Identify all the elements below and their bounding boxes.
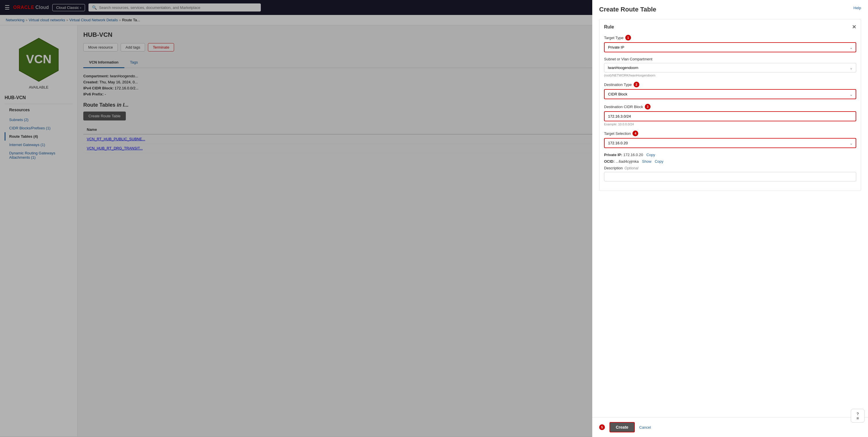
destination-cidr-group: Destination CIDR Block 3 Example: 10.0.0…	[604, 104, 856, 126]
destination-type-select[interactable]: CIDR Block Service	[604, 89, 856, 99]
destination-type-group: Destination Type 2 CIDR Block Service	[604, 82, 856, 99]
target-selection-select[interactable]: 172.16.0.20	[604, 138, 856, 148]
cancel-button[interactable]: Cancel	[639, 425, 651, 430]
step-badge-2: 2	[633, 82, 639, 87]
rule-header: Rule ✕	[604, 24, 856, 30]
ocid-label: OCID:	[604, 159, 615, 164]
private-ip-info: Private IP: 172.16.0.20 Copy	[604, 153, 856, 157]
target-type-select[interactable]: Private IP Internet Gateway NAT Gateway …	[604, 42, 856, 52]
ocid-show-link[interactable]: Show	[642, 159, 651, 164]
subnet-compartment-wrapper: IwanHoogendoorn	[604, 63, 856, 72]
target-selection-label: Target Selection 4	[604, 130, 856, 136]
destination-cidr-input[interactable]	[604, 111, 856, 121]
description-optional: Optional	[624, 166, 638, 170]
private-ip-label: Private IP:	[604, 153, 622, 157]
ocid-info: OCID: ...6ad4cyjmka Show Copy	[604, 159, 856, 164]
destination-cidr-example: Example: 10.0.0.0/24	[604, 122, 856, 126]
step-badge-3: 3	[645, 104, 651, 110]
step-badge-4: 4	[632, 130, 638, 136]
target-type-wrapper: Private IP Internet Gateway NAT Gateway …	[604, 42, 856, 52]
description-input[interactable]	[604, 172, 856, 181]
ocid-copy-link[interactable]: Copy	[655, 159, 663, 164]
destination-type-label-text: Destination Type	[604, 83, 632, 87]
modal-body: Rule ✕ Target Type 1 Private IP Internet…	[592, 13, 868, 417]
rule-section: Rule ✕ Target Type 1 Private IP Internet…	[599, 19, 861, 191]
rule-close-icon[interactable]: ✕	[852, 24, 856, 30]
help-float: ? ⊞	[851, 409, 865, 423]
modal-overlay: Create Route Table Help Rule ✕ Target Ty…	[0, 0, 868, 437]
help-float-button[interactable]: ? ⊞	[851, 409, 865, 423]
target-type-label: Target Type 1	[604, 35, 856, 40]
step-badge-1: 1	[625, 35, 631, 40]
subnet-compartment-group: Subnet or Vlan Compartment IwanHoogendoo…	[604, 57, 856, 77]
description-label-text: Description	[604, 166, 623, 170]
destination-cidr-label-text: Destination CIDR Block	[604, 105, 643, 109]
destination-cidr-label: Destination CIDR Block 3	[604, 104, 856, 110]
private-ip-copy-link[interactable]: Copy	[647, 153, 655, 157]
target-selection-label-text: Target Selection	[604, 132, 631, 136]
subnet-compartment-select[interactable]: IwanHoogendoorn	[604, 63, 856, 72]
target-type-label-text: Target Type	[604, 36, 624, 40]
help-float-icon: ?	[857, 412, 859, 416]
modal-title: Create Route Table	[599, 6, 656, 13]
description-group: Description Optional	[604, 166, 856, 181]
step-badge-5: 5	[599, 424, 605, 430]
ocid-value: ...6ad4cyjmka	[616, 159, 639, 164]
private-ip-value: 172.16.0.20	[623, 153, 643, 157]
target-selection-group: Target Selection 4 172.16.0.20	[604, 130, 856, 148]
subnet-compartment-helper: (root)/NETWORK/IwanHoogendoorn	[604, 74, 856, 77]
modal-help-link[interactable]: Help	[854, 6, 861, 10]
create-button[interactable]: Create	[610, 422, 635, 432]
modal-panel: Create Route Table Help Rule ✕ Target Ty…	[592, 0, 868, 437]
destination-type-wrapper: CIDR Block Service	[604, 89, 856, 99]
help-float-grid-icon: ⊞	[857, 416, 859, 420]
modal-header: Create Route Table Help	[592, 0, 868, 13]
modal-footer: 5 Create Cancel	[592, 417, 868, 437]
destination-type-label: Destination Type 2	[604, 82, 856, 87]
description-label: Description Optional	[604, 166, 856, 170]
rule-title: Rule	[604, 24, 614, 30]
target-type-group: Target Type 1 Private IP Internet Gatewa…	[604, 35, 856, 52]
subnet-compartment-label-text: Subnet or Vlan Compartment	[604, 57, 856, 61]
target-selection-wrapper: 172.16.0.20	[604, 138, 856, 148]
